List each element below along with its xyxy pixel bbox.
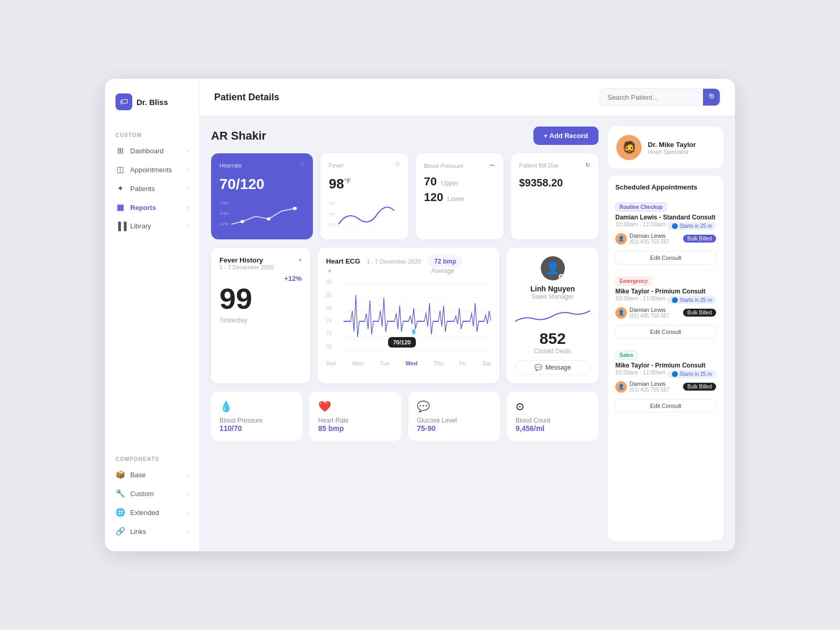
fever-heart-icon: ♡	[395, 162, 400, 169]
svg-text:140: 140	[219, 211, 228, 216]
chevron-icon: ›	[187, 167, 188, 173]
svg-point-3	[240, 220, 244, 223]
appt-1-person-avatar: 👤	[615, 233, 627, 245]
ecg-label-wed: Wed	[405, 360, 417, 366]
heartrate-label: Hearrate ♡	[219, 162, 304, 169]
page-title: Patient Details	[214, 92, 279, 103]
reports-icon: ▦	[116, 203, 125, 212]
patients-icon: ✦	[116, 184, 125, 193]
sales-manager-role: Sales Manager	[531, 293, 574, 300]
search-button[interactable]: 🔍	[703, 89, 720, 106]
ecg-title: Heart ECG	[326, 257, 360, 265]
appt-2-edit-button[interactable]: Edit Consult	[615, 325, 716, 339]
metric-glucose-label: Glucose Level	[417, 417, 491, 424]
ecg-label-thu: Thu	[434, 360, 444, 366]
bp-graph-icon: 〜	[489, 162, 495, 170]
blood-count-icon: ⊙	[516, 400, 590, 413]
fever-graph: 160 140 120	[329, 194, 400, 231]
appointment-item-2: Emergency Mike Taylor - Primium Consult …	[615, 270, 716, 344]
fever-hist-change: +12%	[284, 275, 302, 282]
content-left: AR Shakir + Add Record Hearrate ♡ 70/120	[211, 127, 598, 541]
ecg-dropdown-icon[interactable]: ▾	[328, 268, 331, 274]
sidebar-item-label: Links	[130, 528, 146, 536]
logo-text: Dr. Bliss	[136, 98, 168, 107]
doctor-card: 🧔 Dr. Mike Taylor Heart Specialist	[608, 127, 723, 169]
patient-name: AR Shakir	[211, 129, 266, 143]
appt-1-person-row: 👤 Damian Lewis (61) 435 755 567 Bulk Bil…	[615, 233, 716, 245]
search-input[interactable]	[600, 89, 703, 106]
ecg-label-mon: Mon	[352, 360, 363, 366]
appt-2-title: Mike Taylor - Primium Consult	[615, 288, 716, 295]
fever-history-card: Fever History ▾ 1 - 7 December 2020 99 +…	[211, 248, 310, 383]
appt-3-person-row: 👤 Damian Lewis (61) 435 755 567 Bulk Bil…	[615, 381, 716, 393]
bp-header: Blood Pressure 〜	[424, 162, 495, 170]
sidebar-item-label: Library	[130, 222, 151, 230]
patient-bill-card: Patient Bill Due ↻ $9358.20	[511, 153, 598, 239]
sidebar-item-dashboard[interactable]: ⊞ Dashboard ›	[105, 141, 199, 160]
bill-value: $9358.20	[519, 177, 590, 189]
ecg-bpm: 72 bmp	[428, 255, 463, 268]
links-icon: 🔗	[116, 527, 125, 536]
ecg-label-tue: Tue	[380, 360, 390, 366]
metric-heart-rate: ❤️ Heart Rate 85 bmp	[310, 392, 401, 441]
dashboard-icon: ⊞	[116, 146, 125, 155]
appt-3-person: 👤 Damian Lewis (61) 435 755 567	[615, 381, 669, 393]
sales-manager-name: Linh Nguyen	[530, 285, 575, 293]
chevron-icon: ›	[187, 529, 188, 534]
sales-deals-label: Closed Deals	[534, 348, 571, 355]
chevron-icon: ›	[187, 491, 188, 497]
metric-glucose: 💬 Glucose Level 75-90	[408, 392, 500, 441]
fever-hist-dropdown-icon[interactable]: ▾	[299, 257, 302, 264]
sales-deals-count: 852	[540, 330, 566, 348]
metric-bp-label: Blood Pressure	[219, 417, 294, 424]
ecg-header: Heart ECG 1 - 7 December 2020 ▾ 72 bmp A…	[326, 256, 491, 275]
ecg-graph: 908580757065	[326, 279, 491, 358]
fever-hist-title: Fever History	[219, 256, 263, 264]
appt-1-starts-in: 🔵 Starts in 25 m	[667, 222, 716, 230]
svg-text:160: 160	[329, 201, 335, 205]
sidebar-item-base[interactable]: 📦 Base ›	[105, 465, 199, 484]
add-record-button[interactable]: + Add Record	[533, 127, 598, 145]
message-button[interactable]: 💬 Message	[515, 360, 590, 375]
sidebar-item-extended[interactable]: 🌐 Extended ›	[105, 503, 199, 522]
ecg-card: Heart ECG 1 - 7 December 2020 ▾ 72 bmp A…	[318, 248, 499, 383]
appt-3-edit-button[interactable]: Edit Consult	[615, 399, 716, 413]
sidebar-item-custom[interactable]: 🔧 Custom ›	[105, 484, 199, 503]
appt-1-billing: Bulk Billed	[683, 235, 716, 243]
sidebar-item-links[interactable]: 🔗 Links ›	[105, 522, 199, 541]
doctor-specialization: Heart Specialist	[648, 149, 696, 155]
heart-rate-icon: ❤️	[318, 400, 393, 413]
blood-pressure-icon: 💧	[219, 400, 294, 413]
sidebar-item-label: Base	[130, 471, 146, 479]
appt-3-title: Mike Taylor - Primium Consult	[615, 362, 716, 369]
sidebar: 🏷 Dr. Bliss CUSTOM ⊞ Dashboard › ◫ Appoi…	[105, 79, 200, 551]
svg-text:140: 140	[329, 212, 335, 216]
appt-2-person-row: 👤 Damian Lewis (61) 435 755 567 Bulk Bil…	[615, 307, 716, 319]
sidebar-item-label: Custom	[130, 490, 154, 498]
metric-hr-value: 85 bmp	[318, 424, 393, 433]
chevron-icon: ›	[187, 148, 188, 154]
sidebar-item-library[interactable]: ▐▐ Library ›	[105, 217, 199, 235]
svg-point-18	[412, 329, 416, 334]
message-icon: 💬	[534, 364, 542, 371]
sidebar-item-appointments[interactable]: ◫ Appointments ›	[105, 160, 199, 179]
doctor-name: Dr. Mike Taylor	[648, 141, 696, 149]
svg-point-4	[267, 217, 270, 220]
appt-2-badge: Emergency	[615, 277, 652, 286]
appt-1-edit-button[interactable]: Edit Consult	[615, 251, 716, 265]
sidebar-components-section-label: COMPONENTS	[105, 449, 199, 465]
custom-icon: 🔧	[116, 489, 125, 498]
app-shell: 🏷 Dr. Bliss CUSTOM ⊞ Dashboard › ◫ Appoi…	[105, 79, 735, 551]
sidebar-item-label: Extended	[130, 509, 159, 517]
svg-text:120: 120	[329, 222, 335, 227]
ecg-label-sun: Sun	[326, 360, 337, 366]
sidebar-item-patients[interactable]: ✦ Patients ›	[105, 179, 199, 198]
svg-text:160: 160	[219, 201, 228, 205]
extended-icon: 🌐	[116, 508, 125, 517]
online-status-dot	[559, 274, 564, 279]
appointment-item-1: Routine Checkup Damian Lewis - Standard …	[615, 196, 716, 270]
sidebar-item-reports[interactable]: ▦ Reports ›	[105, 198, 199, 217]
content-area: AR Shakir + Add Record Hearrate ♡ 70/120	[200, 116, 735, 551]
appt-2-person-avatar: 👤	[615, 307, 627, 319]
sidebar-item-label: Reports	[130, 204, 156, 212]
